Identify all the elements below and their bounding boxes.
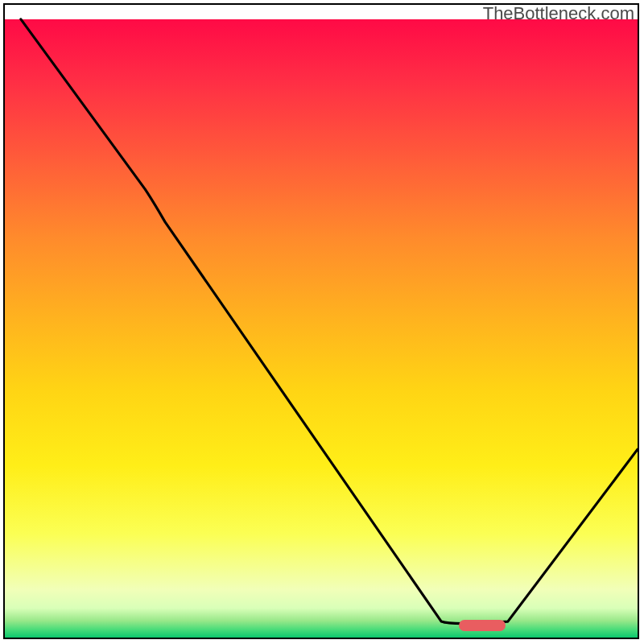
curve-svg (5, 5, 638, 638)
watermark-text: TheBottleneck.com (483, 3, 634, 24)
target-marker-pill (459, 620, 506, 631)
chart-frame: TheBottleneck.com (3, 3, 639, 639)
bottleneck-curve (21, 19, 638, 624)
